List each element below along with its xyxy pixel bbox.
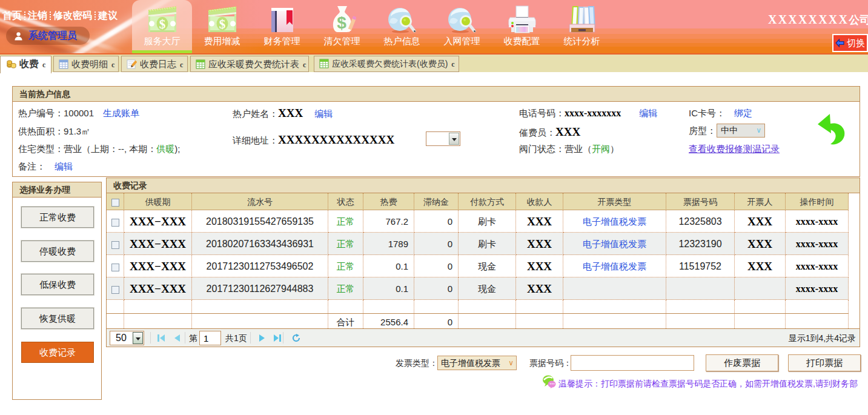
svg-text:$: $: [337, 13, 346, 32]
svg-text:$: $: [219, 17, 225, 32]
svg-text:$: $: [159, 17, 165, 32]
